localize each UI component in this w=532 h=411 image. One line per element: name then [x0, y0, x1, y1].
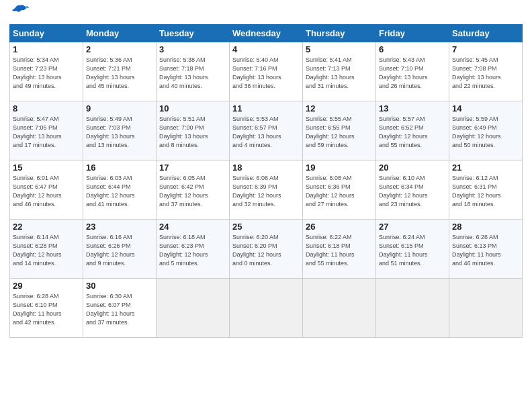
day-info: Sunrise: 6:12 AM Sunset: 6:31 PM Dayligh… — [452, 174, 519, 209]
day-info: Sunrise: 6:28 AM Sunset: 6:10 PM Dayligh… — [13, 292, 80, 327]
day-number: 27 — [379, 222, 446, 232]
day-number: 26 — [306, 222, 373, 232]
day-number: 12 — [306, 103, 373, 113]
day-info: Sunrise: 6:06 AM Sunset: 6:39 PM Dayligh… — [232, 174, 300, 209]
day-info: Sunrise: 6:22 AM Sunset: 6:18 PM Dayligh… — [306, 233, 373, 268]
calendar-cell: 28Sunrise: 6:26 AM Sunset: 6:13 PM Dayli… — [449, 220, 523, 279]
day-number: 25 — [232, 222, 300, 232]
day-info: Sunrise: 6:24 AM Sunset: 6:15 PM Dayligh… — [379, 233, 446, 268]
calendar-cell — [303, 279, 376, 338]
calendar-cell: 25Sunrise: 6:20 AM Sunset: 6:20 PM Dayli… — [230, 220, 303, 279]
day-number: 22 — [13, 222, 80, 232]
calendar-table: SundayMondayTuesdayWednesdayThursdayFrid… — [9, 24, 523, 338]
day-number: 13 — [379, 103, 446, 113]
calendar-week-row: 29Sunrise: 6:28 AM Sunset: 6:10 PM Dayli… — [10, 279, 523, 338]
calendar-week-row: 8Sunrise: 5:47 AM Sunset: 7:05 PM Daylig… — [10, 101, 523, 161]
day-number: 5 — [306, 44, 373, 54]
day-info: Sunrise: 6:10 AM Sunset: 6:34 PM Dayligh… — [379, 174, 446, 209]
calendar-header-row: SundayMondayTuesdayWednesdayThursdayFrid… — [10, 25, 523, 42]
day-number: 14 — [452, 103, 519, 113]
day-info: Sunrise: 5:57 AM Sunset: 6:52 PM Dayligh… — [379, 115, 446, 150]
calendar-cell — [230, 279, 303, 338]
calendar-cell: 24Sunrise: 6:18 AM Sunset: 6:23 PM Dayli… — [157, 220, 230, 279]
calendar-cell: 3Sunrise: 5:38 AM Sunset: 7:18 PM Daylig… — [157, 42, 230, 101]
day-info: Sunrise: 5:36 AM Sunset: 7:21 PM Dayligh… — [86, 56, 153, 91]
calendar-cell: 12Sunrise: 5:55 AM Sunset: 6:55 PM Dayli… — [303, 101, 376, 161]
calendar-cell: 9Sunrise: 5:49 AM Sunset: 7:03 PM Daylig… — [83, 101, 157, 161]
day-number: 18 — [232, 163, 300, 173]
day-number: 3 — [159, 44, 226, 54]
day-info: Sunrise: 5:45 AM Sunset: 7:08 PM Dayligh… — [452, 56, 519, 91]
day-info: Sunrise: 6:14 AM Sunset: 6:28 PM Dayligh… — [13, 233, 80, 268]
day-info: Sunrise: 6:16 AM Sunset: 6:26 PM Dayligh… — [86, 233, 153, 268]
calendar-cell: 20Sunrise: 6:10 AM Sunset: 6:34 PM Dayli… — [376, 161, 449, 220]
day-number: 19 — [306, 163, 373, 173]
calendar-cell: 11Sunrise: 5:53 AM Sunset: 6:57 PM Dayli… — [230, 101, 303, 161]
logo-bird-icon — [11, 4, 30, 19]
weekday-header-wednesday: Wednesday — [230, 25, 303, 42]
calendar-week-row: 1Sunrise: 5:34 AM Sunset: 7:23 PM Daylig… — [10, 42, 523, 101]
calendar-cell — [449, 279, 523, 338]
day-number: 4 — [232, 44, 300, 54]
calendar-cell: 30Sunrise: 6:30 AM Sunset: 6:07 PM Dayli… — [83, 279, 157, 338]
day-number: 30 — [86, 281, 153, 291]
day-info: Sunrise: 5:34 AM Sunset: 7:23 PM Dayligh… — [13, 56, 80, 91]
day-number: 16 — [86, 163, 153, 173]
calendar-cell: 8Sunrise: 5:47 AM Sunset: 7:05 PM Daylig… — [10, 101, 83, 161]
calendar-cell: 17Sunrise: 6:05 AM Sunset: 6:42 PM Dayli… — [157, 161, 230, 220]
day-info: Sunrise: 5:43 AM Sunset: 7:10 PM Dayligh… — [379, 56, 446, 91]
calendar-cell: 2Sunrise: 5:36 AM Sunset: 7:21 PM Daylig… — [83, 42, 157, 101]
day-info: Sunrise: 5:40 AM Sunset: 7:16 PM Dayligh… — [232, 56, 300, 91]
calendar-cell: 16Sunrise: 6:03 AM Sunset: 6:44 PM Dayli… — [83, 161, 157, 220]
calendar-cell: 1Sunrise: 5:34 AM Sunset: 7:23 PM Daylig… — [10, 42, 83, 101]
calendar-cell: 13Sunrise: 5:57 AM Sunset: 6:52 PM Dayli… — [376, 101, 449, 161]
day-info: Sunrise: 5:51 AM Sunset: 7:00 PM Dayligh… — [159, 115, 226, 150]
day-number: 8 — [13, 103, 80, 113]
day-info: Sunrise: 5:38 AM Sunset: 7:18 PM Dayligh… — [159, 56, 226, 91]
calendar-cell: 15Sunrise: 6:01 AM Sunset: 6:47 PM Dayli… — [10, 161, 83, 220]
day-info: Sunrise: 6:01 AM Sunset: 6:47 PM Dayligh… — [13, 174, 80, 209]
day-number: 24 — [159, 222, 226, 232]
day-number: 17 — [159, 163, 226, 173]
calendar-cell — [376, 279, 449, 338]
calendar-cell — [157, 279, 230, 338]
weekday-header-sunday: Sunday — [10, 25, 83, 42]
header — [9, 7, 523, 19]
day-number: 23 — [86, 222, 153, 232]
calendar-cell: 4Sunrise: 5:40 AM Sunset: 7:16 PM Daylig… — [230, 42, 303, 101]
day-number: 21 — [452, 163, 519, 173]
day-number: 7 — [452, 44, 519, 54]
weekday-header-friday: Friday — [376, 25, 449, 42]
logo-area — [9, 7, 30, 19]
day-info: Sunrise: 5:41 AM Sunset: 7:13 PM Dayligh… — [306, 56, 373, 91]
weekday-header-saturday: Saturday — [449, 25, 523, 42]
day-info: Sunrise: 6:30 AM Sunset: 6:07 PM Dayligh… — [86, 292, 153, 327]
logo-wrapper — [9, 7, 30, 19]
day-info: Sunrise: 6:03 AM Sunset: 6:44 PM Dayligh… — [86, 174, 153, 209]
calendar-cell: 23Sunrise: 6:16 AM Sunset: 6:26 PM Dayli… — [83, 220, 157, 279]
day-info: Sunrise: 6:08 AM Sunset: 6:36 PM Dayligh… — [306, 174, 373, 209]
day-number: 2 — [86, 44, 153, 54]
calendar-cell: 14Sunrise: 5:59 AM Sunset: 6:49 PM Dayli… — [449, 101, 523, 161]
calendar-cell: 21Sunrise: 6:12 AM Sunset: 6:31 PM Dayli… — [449, 161, 523, 220]
calendar-cell: 29Sunrise: 6:28 AM Sunset: 6:10 PM Dayli… — [10, 279, 83, 338]
day-number: 9 — [86, 103, 153, 113]
calendar-cell: 19Sunrise: 6:08 AM Sunset: 6:36 PM Dayli… — [303, 161, 376, 220]
weekday-header-monday: Monday — [83, 25, 157, 42]
day-number: 6 — [379, 44, 446, 54]
calendar-cell: 22Sunrise: 6:14 AM Sunset: 6:28 PM Dayli… — [10, 220, 83, 279]
weekday-header-thursday: Thursday — [303, 25, 376, 42]
day-info: Sunrise: 5:59 AM Sunset: 6:49 PM Dayligh… — [452, 115, 519, 150]
day-info: Sunrise: 6:20 AM Sunset: 6:20 PM Dayligh… — [232, 233, 300, 268]
day-info: Sunrise: 5:47 AM Sunset: 7:05 PM Dayligh… — [13, 115, 80, 150]
calendar-cell: 18Sunrise: 6:06 AM Sunset: 6:39 PM Dayli… — [230, 161, 303, 220]
calendar-cell: 7Sunrise: 5:45 AM Sunset: 7:08 PM Daylig… — [449, 42, 523, 101]
day-info: Sunrise: 5:49 AM Sunset: 7:03 PM Dayligh… — [86, 115, 153, 150]
calendar-week-row: 15Sunrise: 6:01 AM Sunset: 6:47 PM Dayli… — [10, 161, 523, 220]
day-info: Sunrise: 6:26 AM Sunset: 6:13 PM Dayligh… — [452, 233, 519, 268]
day-number: 10 — [159, 103, 226, 113]
calendar-cell: 10Sunrise: 5:51 AM Sunset: 7:00 PM Dayli… — [157, 101, 230, 161]
calendar-cell: 5Sunrise: 5:41 AM Sunset: 7:13 PM Daylig… — [303, 42, 376, 101]
calendar-week-row: 22Sunrise: 6:14 AM Sunset: 6:28 PM Dayli… — [10, 220, 523, 279]
day-number: 1 — [13, 44, 80, 54]
